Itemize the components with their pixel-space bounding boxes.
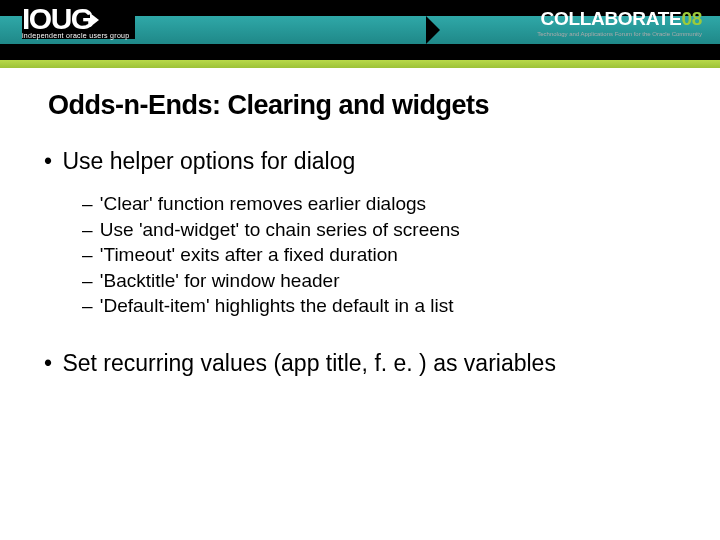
slide-title: Odds-n-Ends: Clearing and widgets [48, 90, 672, 121]
logo-letters: IOUG [22, 4, 93, 34]
ioug-logo: IOUG independent oracle users group [22, 4, 135, 39]
slide-content: Odds-n-Ends: Clearing and widgets Use he… [48, 90, 672, 393]
logo-arrow-icon [90, 13, 99, 27]
sub-bullet: 'Backtitle' for window header [104, 268, 672, 294]
sub-bullet: 'Timeout' exits after a fixed duration [104, 242, 672, 268]
sub-bullet: 'Default-item' highlights the default in… [104, 293, 672, 319]
sub-bullet: Use 'and-widget' to chain series of scre… [104, 217, 672, 243]
sub-bullet-list: 'Clear' function removes earlier dialogs… [104, 191, 672, 319]
header-banner: IOUG independent oracle users group COLL… [0, 0, 720, 60]
collaborate-text: COLLABORATE08 [537, 8, 702, 30]
logo-subtitle: independent oracle users group [22, 32, 129, 39]
bullet-level-1: Use helper options for dialog [62, 147, 672, 177]
collaborate-tagline: Technology and Applications Forum for th… [537, 31, 702, 37]
logo-text: IOUG [22, 4, 129, 34]
header-lime-stripe [0, 60, 720, 68]
bullet-level-1: Set recurring values (app title, f. e. )… [62, 349, 672, 379]
sub-bullet: 'Clear' function removes earlier dialogs [104, 191, 672, 217]
collaborate-logo: COLLABORATE08 Technology and Application… [537, 8, 702, 37]
